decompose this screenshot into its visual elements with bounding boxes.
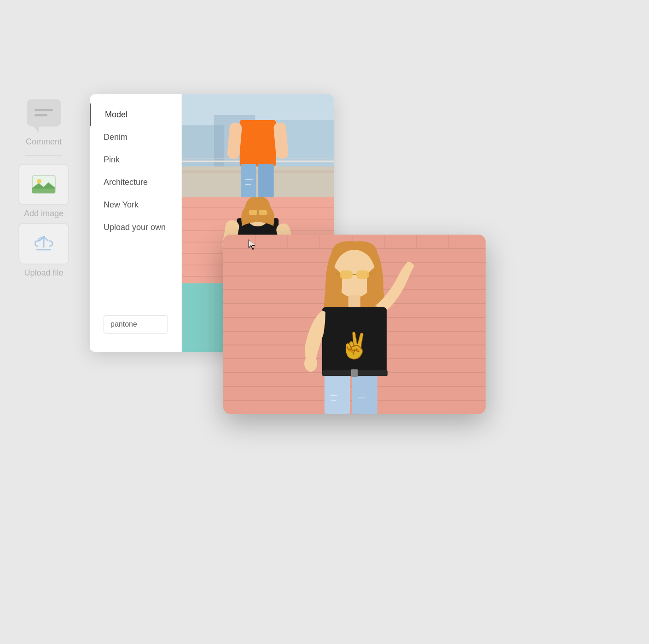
model-image-svg (182, 94, 334, 197)
svg-rect-12 (258, 164, 274, 197)
add-image-label: Add image (24, 209, 64, 218)
svg-point-63 (304, 355, 317, 372)
menu-item-architecture[interactable]: Architecture (90, 171, 181, 194)
svg-rect-7 (182, 171, 334, 172)
svg-rect-64 (324, 373, 350, 414)
menu-bottom (90, 306, 181, 343)
pantone-search-input[interactable] (104, 315, 168, 334)
menu-item-upload-your-own[interactable]: Upload your own (90, 216, 181, 239)
upload-file-label: Upload file (24, 268, 63, 278)
comment-line-1 (35, 109, 53, 111)
menu-item-new-york[interactable]: New York (90, 194, 181, 216)
menu-item-model[interactable]: Model (90, 104, 181, 126)
add-image-tool[interactable]: Add image (18, 164, 69, 218)
svg-rect-10 (240, 120, 276, 167)
image-grid-row-1 (182, 94, 334, 197)
svg-rect-28 (249, 210, 257, 215)
sidebar-divider (25, 155, 62, 155)
svg-rect-11 (241, 164, 256, 197)
add-image-icon-box (18, 164, 69, 205)
menu-list: Model Denim Pink Architecture New York U… (90, 94, 182, 352)
comment-label: Comment (26, 137, 62, 147)
sidebar: Comment Add image Upload file (18, 92, 69, 278)
svg-text:✌: ✌ (339, 331, 371, 361)
upload-file-tool[interactable]: Upload file (18, 223, 69, 278)
svg-rect-29 (259, 210, 267, 215)
grid-image-model[interactable] (182, 94, 334, 197)
upload-icon-box (18, 223, 69, 264)
comment-icon-box (18, 92, 69, 133)
svg-rect-56 (356, 270, 369, 279)
comment-icon (27, 99, 61, 126)
upload-icon (34, 235, 53, 253)
menu-item-denim[interactable]: Denim (90, 126, 181, 149)
comment-line-2 (35, 114, 47, 116)
svg-rect-55 (340, 270, 353, 279)
svg-point-1 (37, 179, 41, 184)
comment-tool[interactable]: Comment (18, 92, 69, 147)
large-preview-image: ✌ (223, 235, 486, 414)
large-girl-illustration: ✌ (223, 235, 486, 414)
add-image-icon (32, 175, 56, 194)
svg-rect-65 (352, 373, 377, 414)
menu-item-pink[interactable]: Pink (90, 149, 181, 171)
svg-rect-60 (348, 295, 360, 309)
svg-rect-67 (351, 369, 358, 377)
